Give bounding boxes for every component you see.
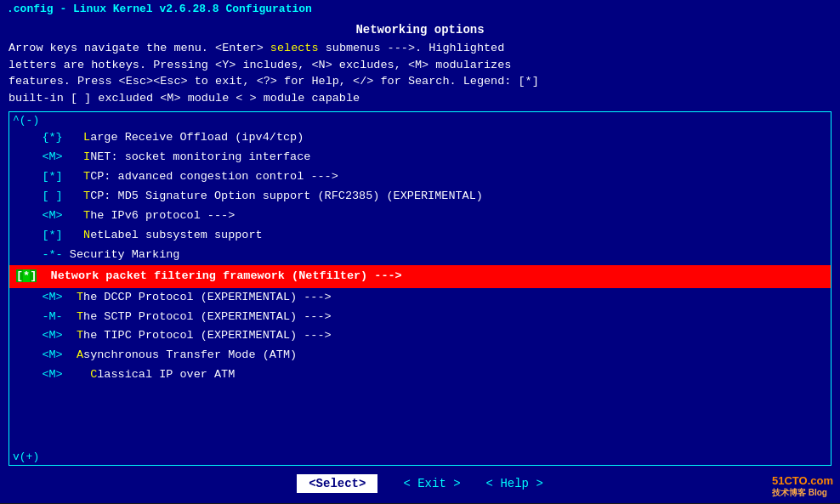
- scroll-top-indicator: ^(-): [9, 112, 831, 128]
- exit-button[interactable]: < Exit >: [403, 477, 460, 490]
- menu-item-9[interactable]: <M> The DCCP Protocol (EXPERIMENTAL) ---…: [9, 288, 831, 308]
- watermark-sub: 技术博客 Blog: [772, 487, 833, 499]
- menu-item-4[interactable]: [ ] TCP: MD5 Signature Option support (R…: [9, 187, 831, 207]
- select-button[interactable]: <Select>: [297, 474, 377, 493]
- help-line-3: features. Press <Esc><Esc> to exit, <?> …: [9, 73, 831, 90]
- menu-item-13[interactable]: <M> Classical IP over ATM: [9, 365, 831, 385]
- menu-item-2[interactable]: <M> INET: socket monitoring interface: [9, 148, 831, 167]
- menu-item-5[interactable]: <M> The IPv6 protocol --->: [9, 207, 831, 226]
- title-bar: .config - Linux Kernel v2.6.28.8 Configu…: [0, 0, 840, 18]
- menu-item-highlighted[interactable]: [*] Network packet filtering framework (…: [9, 265, 831, 288]
- menu-box: ^(-) {*} Large Receive Offload (ipv4/tcp…: [9, 111, 831, 466]
- help-button[interactable]: < Help >: [486, 477, 543, 490]
- menu-items-list: {*} Large Receive Offload (ipv4/tcp) <M>…: [9, 128, 831, 449]
- scroll-bottom-indicator: v(+): [9, 449, 831, 465]
- watermark-site: 51CTO.com: [772, 474, 833, 487]
- menu-item-10[interactable]: -M- The SCTP Protocol (EXPERIMENTAL) ---…: [9, 308, 831, 327]
- menu-item-1[interactable]: {*} Large Receive Offload (ipv4/tcp): [9, 128, 831, 148]
- help-line-2: letters are hotkeys. Pressing <Y> includ…: [9, 57, 831, 74]
- menu-item-11[interactable]: <M> The TIPC Protocol (EXPERIMENTAL) ---…: [9, 326, 831, 346]
- button-row: <Select> < Exit > < Help >: [9, 466, 831, 498]
- title-text: .config - Linux Kernel v2.6.28.8 Configu…: [7, 3, 312, 15]
- help-line-1: Arrow keys navigate the menu. <Enter> se…: [9, 40, 831, 57]
- menu-item-12[interactable]: <M> Asynchronous Transfer Mode (ATM): [9, 346, 831, 365]
- help-line-4: built-in [ ] excluded <M> module < > mod…: [9, 90, 831, 107]
- menu-item-7[interactable]: -*- Security Marking: [9, 246, 831, 265]
- section-heading: Networking options: [9, 23, 831, 37]
- help-text-block: Arrow keys navigate the menu. <Enter> se…: [9, 40, 831, 106]
- menu-item-6[interactable]: [*] NetLabel subsystem support: [9, 226, 831, 246]
- menu-item-3[interactable]: [*] TCP: advanced congestion control ---…: [9, 167, 831, 187]
- watermark: 51CTO.com 技术博客 Blog: [772, 474, 833, 499]
- main-container: Networking options Arrow keys navigate t…: [0, 18, 840, 503]
